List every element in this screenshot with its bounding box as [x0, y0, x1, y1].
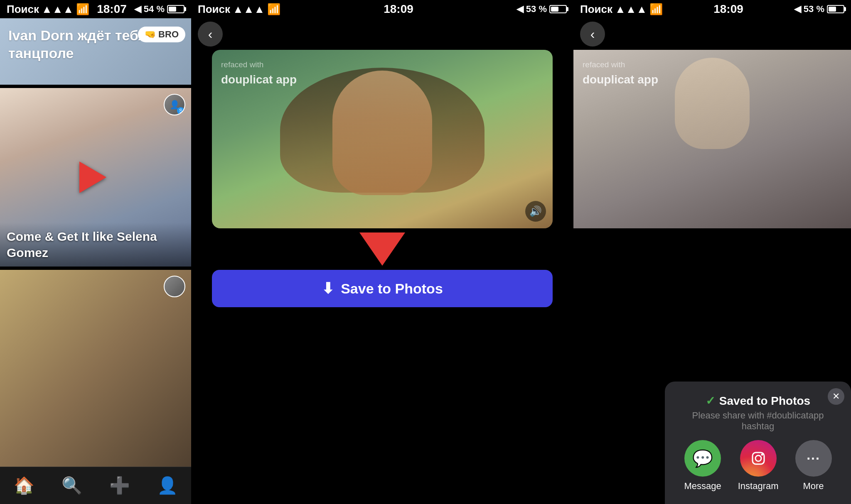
face-overlay — [332, 71, 432, 195]
gap-1 — [0, 85, 191, 88]
watermark2-big: douplicat app — [583, 71, 658, 88]
status-time-3: 18:09 — [713, 2, 743, 16]
sound-icon: 🔊 — [529, 206, 542, 217]
share-more[interactable]: ··· More — [795, 440, 832, 492]
avatar-middle: 👤 S — [164, 94, 185, 115]
saved-title-text: Saved to Photos — [719, 394, 810, 408]
panel-3-content: ‹ refaced with douplicat app ✕ ✓ Saved t… — [573, 18, 851, 504]
message-icon: 💬 — [684, 440, 721, 477]
bottom-card-avatar — [164, 276, 185, 297]
svg-point-1 — [755, 455, 761, 461]
share-sheet: ✕ ✓ Saved to Photos Please share with #d… — [665, 382, 851, 504]
watermark-big: douplicat app — [221, 71, 297, 88]
add-icon: ➕ — [109, 476, 130, 495]
status-carrier-1: Поиск — [7, 3, 39, 16]
down-arrow — [359, 232, 405, 266]
save-icon: ⬇ — [322, 280, 334, 297]
save-to-photos-button[interactable]: ⬇ Save to Photos — [212, 270, 553, 307]
battery-icon-1 — [167, 5, 184, 13]
close-button[interactable]: ✕ — [828, 388, 844, 405]
video-watermark: refaced with douplicat app — [221, 59, 297, 88]
status-time-2: 18:09 — [384, 2, 413, 16]
top-card[interactable]: Ivan Dorn ждёт тебя на танцполе 🤜 BRO — [0, 18, 191, 85]
panel-2: Поиск ▲▲▲ 📶 18:09 ◀ 53 % ‹ refaced with … — [191, 0, 573, 504]
signal-icon-1: ▲▲▲ — [42, 3, 74, 16]
bottom-card[interactable] — [0, 270, 191, 467]
back-button-3[interactable]: ‹ — [580, 22, 605, 46]
status-right-3: ◀ 53 % — [794, 4, 844, 15]
person2-face — [675, 58, 750, 149]
status-bar-1: Поиск ▲▲▲ 📶 18:07 ◀ 54 % — [0, 0, 191, 18]
watermark-small: refaced with — [221, 59, 297, 71]
battery-percent-1: 54 % — [144, 4, 165, 15]
battery-percent-3: 53 % — [804, 4, 824, 15]
panel-2-content: ‹ refaced with douplicat app 🔊 ⬇ Save t — [191, 18, 573, 504]
back-button-2[interactable]: ‹ — [198, 22, 223, 46]
wifi-icon-3: 📶 — [649, 3, 663, 16]
gap-2 — [0, 267, 191, 270]
bottom-card-image — [0, 270, 191, 467]
video-image: refaced with douplicat app 🔊 — [212, 50, 553, 228]
status-left-3: Поиск ▲▲▲ 📶 — [580, 3, 663, 16]
home-icon: 🏠 — [14, 476, 34, 495]
instagram-icon — [740, 440, 777, 477]
status-right-1: ◀ 54 % — [134, 4, 184, 15]
middle-card-text: Come & Get It like Selena Gomez — [7, 228, 184, 261]
status-left-2: Поиск ▲▲▲ 📶 — [198, 3, 280, 16]
status-bar-3: Поиск ▲▲▲ 📶 18:09 ◀ 53 % — [573, 0, 851, 18]
signal-icon-3: ▲▲▲ — [615, 3, 647, 16]
play-arrow[interactable] — [79, 161, 106, 193]
wifi-icon-1: 📶 — [76, 3, 89, 16]
down-arrow-container — [359, 232, 405, 266]
check-icon: ✓ — [706, 394, 715, 408]
middle-card-image: 👤 S Come & Get It like Selena Gomez — [0, 88, 191, 267]
location-icon-3: ◀ — [794, 4, 801, 15]
nav-profile[interactable]: 👤 — [157, 476, 178, 495]
sound-button[interactable]: 🔊 — [525, 201, 546, 222]
saved-title: ✓ Saved to Photos — [675, 394, 841, 408]
middle-card-bottom: Come & Get It like Selena Gomez — [0, 223, 191, 267]
panel-3: Поиск ▲▲▲ 📶 18:09 ◀ 53 % ‹ refaced with … — [573, 0, 851, 504]
battery-icon-2 — [549, 5, 567, 13]
signal-icon-2: ▲▲▲ — [233, 3, 265, 16]
video-card: refaced with douplicat app 🔊 — [212, 50, 553, 228]
nav-search[interactable]: 🔍 — [61, 476, 82, 495]
status-right-2: ◀ 53 % — [517, 4, 567, 15]
message-label: Message — [684, 481, 721, 492]
status-left-1: Поиск ▲▲▲ 📶 — [7, 3, 89, 16]
share-message[interactable]: 💬 Message — [684, 440, 721, 492]
status-carrier-2: Поиск — [198, 3, 230, 16]
saved-subtitle: Please share with #doublicatapp hashtag — [675, 410, 841, 432]
status-carrier-3: Поиск — [580, 3, 612, 16]
video-card-2: refaced with douplicat app — [573, 50, 851, 228]
location-icon-2: ◀ — [517, 4, 524, 15]
video-watermark-2: refaced with douplicat app — [583, 59, 658, 88]
battery-percent-2: 53 % — [526, 4, 547, 15]
share-instagram[interactable]: Instagram — [738, 440, 779, 492]
more-icon: ··· — [795, 440, 832, 477]
nav-bar: 🏠 🔍 ➕ 👤 — [0, 467, 191, 504]
panel-1: Поиск ▲▲▲ 📶 18:07 ◀ 54 % Ivan Dorn ждёт … — [0, 0, 191, 504]
middle-card[interactable]: 👤 S Come & Get It like Selena Gomez — [0, 88, 191, 267]
status-bar-2: Поиск ▲▲▲ 📶 18:09 ◀ 53 % — [191, 0, 573, 18]
svg-point-2 — [761, 454, 763, 456]
bro-badge[interactable]: 🤜 BRO — [138, 27, 185, 42]
battery-icon-3 — [827, 5, 844, 13]
save-label: Save to Photos — [341, 281, 443, 297]
profile-icon: 👤 — [157, 476, 178, 495]
avatar-badge: S — [177, 107, 184, 115]
nav-home[interactable]: 🏠 — [14, 476, 34, 495]
more-label: More — [803, 481, 824, 492]
saved-header: ✓ Saved to Photos — [675, 394, 841, 408]
nav-add[interactable]: ➕ — [109, 476, 130, 495]
watermark2-small: refaced with — [583, 59, 658, 71]
search-icon: 🔍 — [61, 476, 82, 495]
wifi-icon-2: 📶 — [267, 3, 280, 16]
instagram-label: Instagram — [738, 481, 779, 492]
share-row: 💬 Message Instagram ··· More — [675, 440, 841, 492]
status-time-1: 18:07 — [97, 2, 127, 16]
location-icon-1: ◀ — [134, 4, 141, 15]
